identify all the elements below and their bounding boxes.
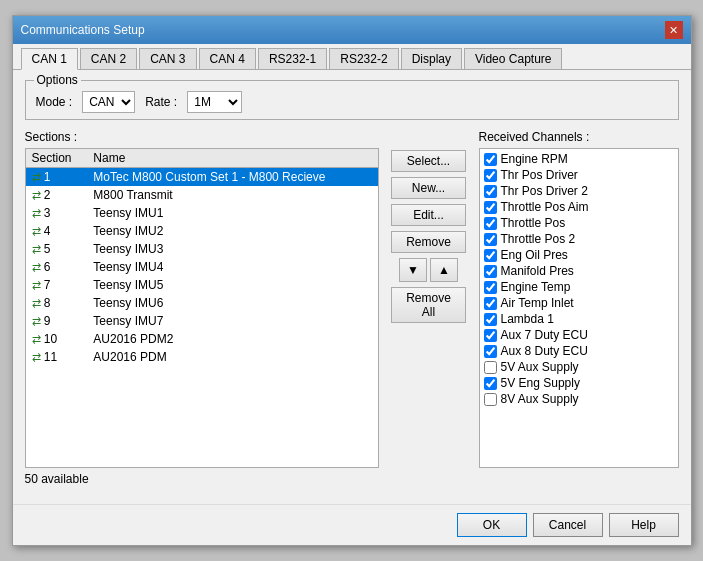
tab-can3[interactable]: CAN 3 [139, 48, 196, 69]
list-item: Aux 8 Duty ECU [482, 343, 676, 359]
remove-button[interactable]: Remove [391, 231, 466, 253]
channel-checkbox[interactable] [484, 217, 497, 230]
table-row[interactable]: ⇄ 1 MoTec M800 Custom Set 1 - M800 Recie… [26, 168, 378, 187]
channel-checkbox[interactable] [484, 249, 497, 262]
section-name-cell: MoTec M800 Custom Set 1 - M800 Recieve [87, 168, 377, 187]
channel-checkbox[interactable] [484, 201, 497, 214]
ok-button[interactable]: OK [457, 513, 527, 537]
channel-label: Aux 8 Duty ECU [501, 344, 588, 358]
help-button[interactable]: Help [609, 513, 679, 537]
table-row[interactable]: ⇄ 4 Teensy IMU2 [26, 222, 378, 240]
dialog: Communications Setup ✕ CAN 1 CAN 2 CAN 3… [12, 15, 692, 546]
close-button[interactable]: ✕ [665, 21, 683, 39]
remove-all-button[interactable]: Remove All [391, 287, 466, 323]
tab-can4[interactable]: CAN 4 [199, 48, 256, 69]
edit-button[interactable]: Edit... [391, 204, 466, 226]
channel-label: 5V Eng Supply [501, 376, 580, 390]
cancel-button[interactable]: Cancel [533, 513, 603, 537]
select-button[interactable]: Select... [391, 150, 466, 172]
channel-label: Thr Pos Driver [501, 168, 578, 182]
available-label: 50 available [25, 472, 379, 486]
channel-checkbox[interactable] [484, 153, 497, 166]
move-up-button[interactable]: ▲ [430, 258, 458, 282]
channel-checkbox[interactable] [484, 361, 497, 374]
mode-select[interactable]: CAN LIN OBD [82, 91, 135, 113]
channel-checkbox[interactable] [484, 393, 497, 406]
section-icon: ⇄ [32, 171, 41, 184]
section-icon: ⇄ [32, 351, 41, 364]
mode-label: Mode : [36, 95, 73, 109]
section-name-cell: M800 Transmit [87, 186, 377, 204]
channel-label: Aux 7 Duty ECU [501, 328, 588, 342]
section-id-cell: ⇄ 7 [26, 276, 88, 294]
channel-checkbox[interactable] [484, 313, 497, 326]
channel-checkbox[interactable] [484, 377, 497, 390]
section-id-cell: ⇄ 11 [26, 348, 88, 366]
list-item: Throttle Pos 2 [482, 231, 676, 247]
tab-bar: CAN 1 CAN 2 CAN 3 CAN 4 RS232-1 RS232-2 … [13, 44, 691, 70]
tab-can1[interactable]: CAN 1 [21, 48, 78, 70]
tab-can2[interactable]: CAN 2 [80, 48, 137, 69]
channel-label: Engine Temp [501, 280, 571, 294]
table-row[interactable]: ⇄ 9 Teensy IMU7 [26, 312, 378, 330]
sections-table-container[interactable]: Section Name ⇄ 1 MoTec M800 Custom Set 1… [25, 148, 379, 468]
section-id-cell: ⇄ 8 [26, 294, 88, 312]
received-list[interactable]: Engine RPM Thr Pos Driver Thr Pos Driver… [479, 148, 679, 468]
tab-rs232-2[interactable]: RS232-2 [329, 48, 398, 69]
channel-label: Eng Oil Pres [501, 248, 568, 262]
tab-display[interactable]: Display [401, 48, 462, 69]
channel-checkbox[interactable] [484, 297, 497, 310]
table-row[interactable]: ⇄ 5 Teensy IMU3 [26, 240, 378, 258]
section-name-cell: Teensy IMU7 [87, 312, 377, 330]
channel-checkbox[interactable] [484, 329, 497, 342]
action-buttons-panel: Select... New... Edit... Remove ▼ ▲ Remo… [389, 130, 469, 486]
section-icon: ⇄ [32, 261, 41, 274]
new-button[interactable]: New... [391, 177, 466, 199]
section-name-cell: Teensy IMU5 [87, 276, 377, 294]
sections-panel: Sections : Section Name ⇄ 1 Mo [25, 130, 379, 486]
list-item: 8V Aux Supply [482, 391, 676, 407]
list-item: Throttle Pos Aim [482, 199, 676, 215]
section-name-cell: Teensy IMU1 [87, 204, 377, 222]
channel-checkbox[interactable] [484, 265, 497, 278]
move-down-button[interactable]: ▼ [399, 258, 427, 282]
table-row[interactable]: ⇄ 10 AU2016 PDM2 [26, 330, 378, 348]
section-id-cell: ⇄ 5 [26, 240, 88, 258]
channel-label: Thr Pos Driver 2 [501, 184, 588, 198]
rate-select[interactable]: 250K 500K 1M [187, 91, 242, 113]
section-id-cell: ⇄ 1 [26, 168, 88, 187]
table-row[interactable]: ⇄ 11 AU2016 PDM [26, 348, 378, 366]
footer: OK Cancel Help [13, 504, 691, 545]
section-id-cell: ⇄ 10 [26, 330, 88, 348]
list-item: 5V Aux Supply [482, 359, 676, 375]
list-item: Eng Oil Pres [482, 247, 676, 263]
section-icon: ⇄ [32, 243, 41, 256]
channel-label: Throttle Pos 2 [501, 232, 576, 246]
table-row[interactable]: ⇄ 7 Teensy IMU5 [26, 276, 378, 294]
dialog-title: Communications Setup [21, 23, 145, 37]
channel-checkbox[interactable] [484, 345, 497, 358]
channel-label: Manifold Pres [501, 264, 574, 278]
list-item: Engine Temp [482, 279, 676, 295]
section-icon: ⇄ [32, 225, 41, 238]
section-name-cell: Teensy IMU3 [87, 240, 377, 258]
section-id-cell: ⇄ 3 [26, 204, 88, 222]
rate-label: Rate : [145, 95, 177, 109]
tab-video-capture[interactable]: Video Capture [464, 48, 563, 69]
table-row[interactable]: ⇄ 8 Teensy IMU6 [26, 294, 378, 312]
channel-checkbox[interactable] [484, 169, 497, 182]
table-row[interactable]: ⇄ 3 Teensy IMU1 [26, 204, 378, 222]
list-item: Thr Pos Driver 2 [482, 183, 676, 199]
section-id-cell: ⇄ 2 [26, 186, 88, 204]
channel-label: Throttle Pos Aim [501, 200, 589, 214]
channel-checkbox[interactable] [484, 185, 497, 198]
section-icon: ⇄ [32, 279, 41, 292]
channel-checkbox[interactable] [484, 281, 497, 294]
main-area: Sections : Section Name ⇄ 1 Mo [25, 130, 679, 486]
table-row[interactable]: ⇄ 6 Teensy IMU4 [26, 258, 378, 276]
channel-label: Engine RPM [501, 152, 568, 166]
section-id-cell: ⇄ 6 [26, 258, 88, 276]
tab-rs232-1[interactable]: RS232-1 [258, 48, 327, 69]
table-row[interactable]: ⇄ 2 M800 Transmit [26, 186, 378, 204]
channel-checkbox[interactable] [484, 233, 497, 246]
